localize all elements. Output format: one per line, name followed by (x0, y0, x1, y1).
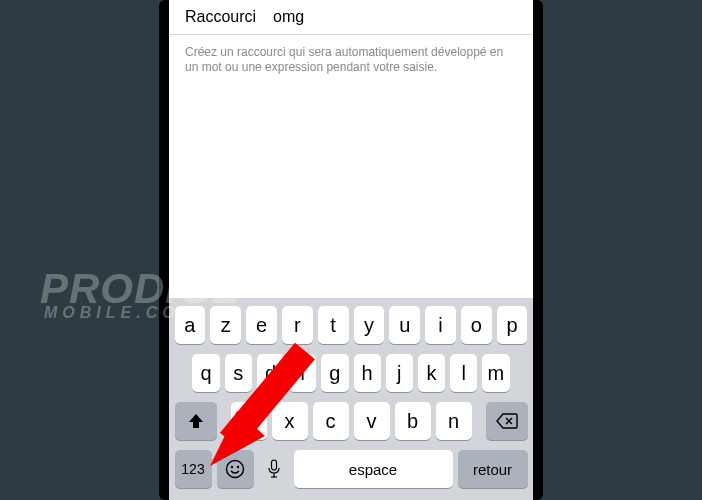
phone-frame: Raccourci Créez un raccourci qui sera au… (159, 0, 543, 500)
shift-icon (187, 412, 205, 430)
key-k[interactable]: k (418, 354, 445, 392)
keyboard-row-4: 123 espace retour (169, 450, 533, 488)
key-x[interactable]: x (272, 402, 308, 440)
microphone-icon (267, 459, 281, 479)
svg-point-2 (237, 466, 239, 468)
key-j[interactable]: j (386, 354, 413, 392)
keyboard-row-1: a z e r t y u i o p (169, 306, 533, 344)
key-f[interactable]: f (289, 354, 316, 392)
keyboard: a z e r t y u i o p q s d f g h j k l (169, 298, 533, 500)
form-area: Raccourci Créez un raccourci qui sera au… (169, 0, 533, 298)
keyboard-row-3: w x c v b n (169, 402, 533, 440)
emoji-icon (225, 459, 245, 479)
shift-key[interactable] (175, 402, 217, 440)
help-text: Créez un raccourci qui sera automatiquem… (169, 35, 533, 75)
shortcut-row[interactable]: Raccourci (169, 0, 533, 35)
svg-rect-3 (271, 460, 276, 470)
key-s[interactable]: s (225, 354, 252, 392)
key-i[interactable]: i (425, 306, 456, 344)
key-p[interactable]: p (497, 306, 528, 344)
svg-point-1 (231, 466, 233, 468)
key-u[interactable]: u (389, 306, 420, 344)
key-l[interactable]: l (450, 354, 477, 392)
keyboard-row-2: q s d f g h j k l m (169, 354, 533, 392)
key-z[interactable]: z (210, 306, 241, 344)
key-y[interactable]: y (354, 306, 385, 344)
backspace-key[interactable] (486, 402, 528, 440)
key-r[interactable]: r (282, 306, 313, 344)
dictation-key[interactable] (259, 450, 289, 488)
key-c[interactable]: c (313, 402, 349, 440)
key-m[interactable]: m (482, 354, 509, 392)
key-d[interactable]: d (257, 354, 284, 392)
key-q[interactable]: q (192, 354, 219, 392)
backspace-icon (496, 413, 518, 429)
key-e[interactable]: e (246, 306, 277, 344)
numbers-key[interactable]: 123 (175, 450, 212, 488)
svg-point-0 (227, 461, 244, 478)
key-b[interactable]: b (395, 402, 431, 440)
emoji-key[interactable] (217, 450, 254, 488)
key-g[interactable]: g (321, 354, 348, 392)
key-v[interactable]: v (354, 402, 390, 440)
shortcut-label: Raccourci (185, 8, 273, 26)
return-key[interactable]: retour (458, 450, 528, 488)
key-w[interactable]: w (231, 402, 267, 440)
screen: Raccourci Créez un raccourci qui sera au… (169, 0, 533, 500)
shortcut-input[interactable] (273, 8, 517, 26)
key-o[interactable]: o (461, 306, 492, 344)
key-a[interactable]: a (175, 306, 206, 344)
key-t[interactable]: t (318, 306, 349, 344)
key-h[interactable]: h (354, 354, 381, 392)
space-key[interactable]: espace (294, 450, 453, 488)
key-n[interactable]: n (436, 402, 472, 440)
